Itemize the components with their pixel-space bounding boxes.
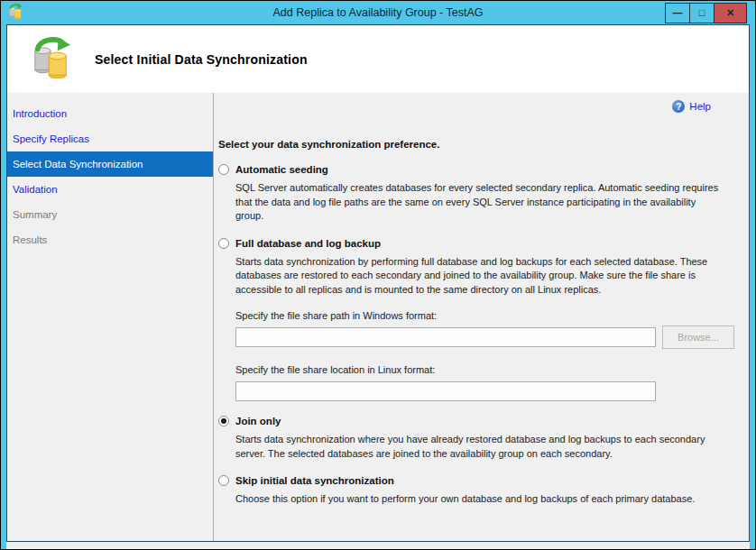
- option-join-only: Join only Starts data synchronization wh…: [218, 416, 736, 461]
- sidebar-item-results: Results: [7, 227, 213, 252]
- sidebar-item-specify-replicas[interactable]: Specify Replicas: [7, 126, 213, 151]
- wizard-header: Select Initial Data Synchronization: [7, 25, 749, 93]
- option-head: Join only: [218, 416, 736, 426]
- full-backup-radio[interactable]: [218, 238, 229, 249]
- maximize-button[interactable]: □: [689, 3, 715, 23]
- wizard-window: Add Replica to Availability Group - Test…: [0, 0, 756, 550]
- join-only-radio[interactable]: [218, 416, 229, 426]
- option-description: Starts data synchronization by performin…: [235, 255, 720, 298]
- sidebar-item-validation[interactable]: Validation: [7, 177, 213, 202]
- title-bar: Add Replica to Availability Group - Test…: [1, 1, 755, 24]
- option-head: Full database and log backup: [218, 238, 736, 249]
- minimize-button[interactable]: —: [665, 3, 690, 23]
- option-label: Automatic seeding: [235, 164, 328, 175]
- linux-path-label: Specify the file share location in Linux…: [235, 364, 736, 375]
- option-head: Skip initial data synchronization: [218, 475, 736, 486]
- linux-path-input[interactable]: [235, 381, 656, 401]
- windows-path-row: Browse...: [235, 327, 736, 349]
- linux-path-field-block: Specify the file share location in Linux…: [235, 364, 736, 401]
- windows-path-label: Specify the file share path in Windows f…: [235, 310, 736, 321]
- option-label: Full database and log backup: [235, 238, 381, 249]
- help-link[interactable]: ? Help: [672, 100, 711, 113]
- option-description: Starts data synchronization where you ha…: [235, 433, 720, 461]
- close-button[interactable]: ✕: [714, 3, 747, 23]
- option-description: Choose this option if you want to perfor…: [235, 492, 720, 507]
- option-label: Skip initial data synchronization: [235, 475, 394, 486]
- database-sync-icon: [32, 37, 73, 82]
- option-automatic-seeding: Automatic seeding SQL Server automatical…: [218, 164, 736, 224]
- page-title: Select Initial Data Synchronization: [95, 52, 308, 67]
- option-head: Automatic seeding: [218, 164, 736, 175]
- help-label: Help: [689, 101, 711, 112]
- option-label: Join only: [235, 416, 281, 426]
- sidebar-item-select-data-synchronization[interactable]: Select Data Synchronization: [7, 151, 213, 177]
- help-row: ? Help: [218, 100, 736, 115]
- window-title: Add Replica to Availability Group - Test…: [1, 6, 755, 19]
- windows-path-input[interactable]: [235, 327, 656, 347]
- dialog-inner: Select Initial Data Synchronization Intr…: [6, 24, 750, 542]
- app-database-sync-icon: [8, 4, 23, 23]
- browse-button: Browse...: [662, 325, 734, 349]
- automatic-seeding-radio[interactable]: [218, 164, 229, 175]
- window-controls: — □ ✕: [666, 3, 747, 23]
- linux-path-row: [235, 381, 736, 401]
- option-skip-initial-data-synchronization: Skip initial data synchronization Choose…: [218, 475, 736, 507]
- skip-sync-radio[interactable]: [218, 475, 229, 486]
- option-description: SQL Server automatically creates databas…: [235, 181, 720, 224]
- wizard-body: Introduction Specify Replicas Select Dat…: [7, 93, 749, 541]
- sidebar-item-introduction[interactable]: Introduction: [7, 101, 213, 126]
- sidebar-item-summary: Summary: [7, 202, 213, 227]
- windows-path-field-block: Specify the file share path in Windows f…: [235, 310, 736, 349]
- wizard-steps-sidebar: Introduction Specify Replicas Select Dat…: [7, 93, 214, 541]
- help-question-icon: ?: [672, 100, 685, 113]
- footer-strip: [6, 542, 750, 549]
- option-full-database-and-log-backup: Full database and log backup Starts data…: [218, 238, 736, 402]
- page-content: ? Help Select your data synchronization …: [214, 93, 749, 541]
- preference-heading: Select your data synchronization prefere…: [218, 139, 736, 150]
